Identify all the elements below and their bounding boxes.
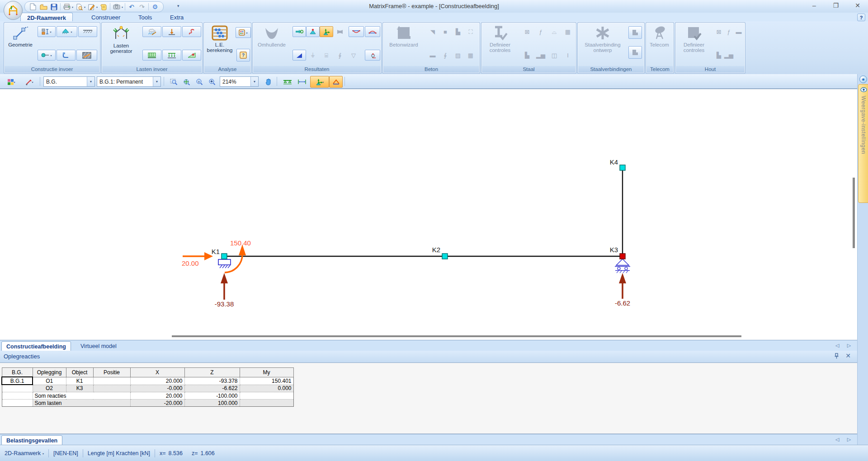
show-envelope-button[interactable]: [329, 76, 343, 88]
panel-button[interactable]: [76, 50, 97, 61]
application-menu-button[interactable]: [4, 1, 23, 20]
climate-load-button[interactable]: [142, 26, 161, 37]
scroll-left-icon[interactable]: ◁: [834, 436, 841, 443]
node-k1[interactable]: [222, 254, 227, 259]
le-berekening-button[interactable]: L.E. berekening: [205, 24, 235, 67]
connection-frame-button-1[interactable]: [628, 26, 642, 39]
zoom-extents-button[interactable]: [180, 76, 193, 88]
profile-select-button[interactable]: [38, 26, 56, 37]
tab-extra[interactable]: Extra: [164, 13, 190, 22]
combo-dropdown-icon[interactable]: ▼: [153, 77, 160, 86]
table-row[interactable]: O2 K3 -0.000 -6.622 0.000: [2, 385, 293, 392]
reaction-k1-arrow[interactable]: [221, 273, 228, 300]
line-load-icon: [167, 52, 176, 59]
pin-icon[interactable]: [834, 353, 839, 359]
tab-constructieafbeelding[interactable]: Constructieafbeelding: [1, 341, 71, 352]
load-group-combo[interactable]: B.G. ▼: [43, 76, 95, 87]
vertical-scrollbar[interactable]: [853, 178, 855, 248]
staal-disabled-5: ▙: [520, 50, 534, 61]
displacements-button[interactable]: [306, 26, 320, 37]
zoom-level-combo[interactable]: 214% ▼: [220, 76, 259, 87]
combo-dropdown-icon[interactable]: ▼: [87, 77, 94, 86]
support-k1-pinned[interactable]: [218, 259, 231, 268]
structure-canvas[interactable]: K1 K2 K3 K4 20.00 150.40 -93.38: [0, 89, 857, 340]
combo-dropdown-icon[interactable]: ▼: [250, 77, 258, 86]
cursor-coordinates: x= 8.536 z= 1.606: [160, 450, 215, 456]
redline-button[interactable]: ▾: [21, 76, 38, 88]
tab-tools[interactable]: Tools: [132, 13, 158, 22]
coord-x-value: 8.536: [169, 450, 183, 456]
reactions-table[interactable]: B.G. Oplegging Object Positie X Z My B.G…: [1, 367, 294, 407]
lasten-generator-button[interactable]: Lasten generator: [104, 24, 139, 67]
zoom-in-button[interactable]: [205, 76, 218, 88]
tab-2d-raamwerk[interactable]: 2D-Raamwerk: [20, 13, 73, 22]
support-select-button[interactable]: [57, 26, 77, 37]
scroll-right-icon[interactable]: ▷: [845, 342, 853, 349]
connection-frame-button-2[interactable]: [628, 46, 642, 59]
rail-support-button[interactable]: [78, 26, 97, 37]
calc-check-button[interactable]: ?: [236, 49, 250, 61]
col-bg[interactable]: B.G.: [2, 368, 33, 377]
staal-disabled-7: ◫: [547, 50, 561, 61]
table-row-sum-loads[interactable]: Som lasten -20.000 100.000: [2, 400, 293, 407]
col-positie[interactable]: Positie: [93, 368, 130, 377]
reaction-k3-arrow[interactable]: [619, 273, 626, 299]
horizontal-scrollbar[interactable]: [172, 335, 741, 337]
stress-inspect-button[interactable]: [365, 50, 380, 61]
close-icon[interactable]: ✕: [845, 353, 851, 359]
col-my[interactable]: My: [240, 368, 293, 377]
table-row-sum-reactions[interactable]: Som reacties 20.000 -100.000: [2, 392, 293, 400]
table-row[interactable]: B.G.1 O1 K1 20.000 -93.378 150.401: [2, 377, 293, 385]
zoom-in-out-button[interactable]: ±: [193, 76, 205, 88]
col-x[interactable]: X: [130, 368, 184, 377]
module-selector[interactable]: 2D-Raamwerk▾: [5, 450, 44, 456]
node-tools-button[interactable]: [38, 50, 56, 61]
load-case-combo[interactable]: B.G.1: Permanent ▼: [97, 76, 161, 87]
support-reactions-button[interactable]: [320, 26, 333, 37]
point-load-button[interactable]: [162, 26, 181, 37]
line-load-button[interactable]: [162, 50, 181, 61]
moment-line-button[interactable]: [349, 26, 364, 37]
scroll-left-icon[interactable]: ◁: [834, 342, 841, 349]
close-button[interactable]: ✕: [853, 2, 863, 9]
node-k3[interactable]: [620, 254, 625, 259]
rebar-gray-icon: ▨: [455, 52, 461, 58]
group-label: Resultaten: [253, 66, 381, 73]
zoom-window-button[interactable]: [167, 76, 180, 88]
building-gray-icon: ▙: [525, 52, 529, 58]
block-load-button[interactable]: [142, 50, 161, 61]
moving-load-button[interactable]: [182, 26, 201, 37]
tab-virtueel-model[interactable]: Virtueel model: [76, 341, 121, 351]
tab-construeer[interactable]: Construeer: [85, 13, 127, 22]
col-object[interactable]: Object: [66, 368, 93, 377]
col-oplegging[interactable]: Oplegging: [33, 368, 66, 377]
geometrie-button[interactable]: Geometrie: [6, 24, 35, 67]
maximize-button[interactable]: ❐: [831, 2, 841, 9]
weergave-instellingen-tab[interactable]: Weergave-instellingen: [858, 84, 868, 203]
pier-gray-icon: ⏚: [311, 52, 315, 58]
node-k2[interactable]: [442, 254, 448, 259]
load-moment[interactable]: [225, 245, 246, 273]
collapse-panel-button[interactable]: ◉: [859, 75, 867, 83]
col-z[interactable]: Z: [184, 368, 240, 377]
pan-button[interactable]: [261, 76, 275, 88]
show-supports-button[interactable]: [280, 76, 295, 88]
calc-options-button[interactable]: [236, 27, 251, 38]
group-analyse: L.E. berekening ? Analyse: [203, 22, 251, 74]
member-release-button[interactable]: [57, 50, 75, 61]
reactions-result-button[interactable]: [292, 26, 306, 37]
show-reactions-button[interactable]: ▾: [310, 76, 329, 88]
node-k4[interactable]: [620, 165, 625, 170]
shear-line-button[interactable]: [365, 26, 380, 37]
normal-force-button[interactable]: [292, 50, 306, 61]
tab-belastingsgevallen[interactable]: Belastingsgevallen: [1, 435, 62, 446]
zoom-window-icon: [170, 78, 178, 85]
show-dimensions-button[interactable]: [295, 76, 309, 88]
minimize-button[interactable]: –: [809, 2, 819, 9]
display-layers-button[interactable]: ▾: [3, 76, 20, 88]
help-button[interactable]: ?: [857, 14, 865, 21]
scroll-right-icon[interactable]: ▷: [845, 436, 853, 443]
group-label: Staal: [482, 66, 576, 73]
triangle-load-button[interactable]: [182, 50, 201, 61]
support-k3-roller[interactable]: [615, 259, 630, 273]
